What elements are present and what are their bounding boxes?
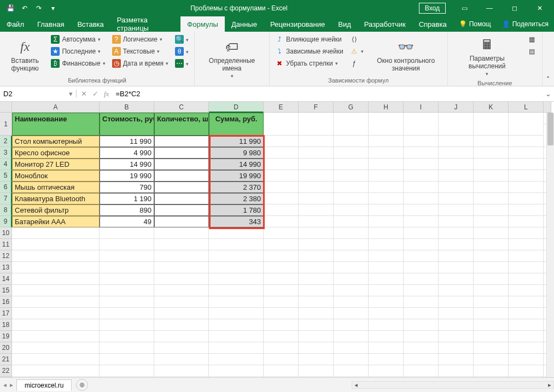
cell[interactable]	[404, 239, 439, 250]
cell[interactable]	[369, 193, 404, 204]
cell[interactable]	[12, 377, 100, 377]
cell[interactable]	[509, 113, 544, 136]
cell[interactable]	[474, 377, 509, 377]
cell-qty[interactable]	[154, 193, 209, 204]
namebox-dropdown-icon[interactable]: ▾	[69, 90, 73, 98]
cell[interactable]	[334, 159, 369, 170]
cell[interactable]	[369, 227, 404, 239]
cell[interactable]	[264, 365, 299, 377]
cell[interactable]	[334, 182, 369, 193]
row-header[interactable]: 2	[0, 136, 12, 147]
row-header[interactable]: 15	[0, 285, 12, 296]
cell[interactable]	[334, 250, 369, 262]
watch-window-button[interactable]: 👓 Окно контрольного значения	[368, 34, 444, 76]
more-fn-button[interactable]: ⋯	[173, 58, 191, 69]
cell[interactable]	[299, 159, 334, 170]
cell-qty[interactable]	[154, 170, 209, 182]
cell[interactable]	[509, 354, 544, 365]
row-header[interactable]: 5	[0, 170, 12, 182]
cell[interactable]	[509, 273, 544, 285]
cell[interactable]	[12, 239, 100, 250]
cell-sum[interactable]: 2 370	[209, 182, 264, 193]
cell-sum[interactable]: 2 380	[209, 193, 264, 204]
col-header[interactable]: B	[100, 102, 154, 113]
row-header[interactable]: 1	[0, 113, 12, 136]
cell[interactable]	[439, 308, 474, 319]
cell-qty[interactable]	[154, 216, 209, 227]
cell[interactable]	[209, 239, 264, 250]
cell[interactable]	[474, 147, 509, 159]
cell[interactable]	[474, 113, 509, 136]
row-header[interactable]: 23	[0, 377, 12, 377]
cell[interactable]	[209, 342, 264, 354]
minimize-icon[interactable]: —	[477, 0, 501, 16]
cell[interactable]	[404, 159, 439, 170]
cell[interactable]	[474, 296, 509, 308]
cell[interactable]	[509, 147, 544, 159]
col-header[interactable]: F	[299, 102, 334, 113]
cell[interactable]	[299, 319, 334, 331]
cell[interactable]	[439, 136, 474, 147]
cell[interactable]	[154, 227, 209, 239]
cell[interactable]	[404, 296, 439, 308]
cell[interactable]	[154, 296, 209, 308]
vertical-scrollbar[interactable]	[546, 113, 554, 377]
cell[interactable]	[509, 296, 544, 308]
autosum-button[interactable]: ΣАвтосумма	[49, 34, 107, 45]
cell[interactable]	[474, 170, 509, 182]
col-header[interactable]: C	[154, 102, 209, 113]
cell[interactable]	[404, 273, 439, 285]
horizontal-scrollbar[interactable]: ◂▸	[352, 381, 554, 389]
cell[interactable]	[299, 227, 334, 239]
close-icon[interactable]: ✕	[528, 0, 552, 16]
cell[interactable]	[100, 239, 154, 250]
tab-home[interactable]: Главная	[31, 16, 71, 32]
share-button[interactable]: 👤Поделиться	[497, 16, 554, 32]
cell[interactable]	[334, 365, 369, 377]
col-header[interactable]: H	[369, 102, 404, 113]
cell[interactable]	[369, 354, 404, 365]
cell[interactable]	[154, 342, 209, 354]
login-button[interactable]: Вход	[419, 3, 446, 14]
cell[interactable]	[404, 193, 439, 204]
tab-view[interactable]: Вид	[331, 16, 358, 32]
cell[interactable]	[264, 273, 299, 285]
cell[interactable]	[474, 262, 509, 273]
cell[interactable]	[209, 296, 264, 308]
trace-dependents-button[interactable]: ⤵Зависимые ячейки	[273, 46, 346, 57]
row-header[interactable]: 17	[0, 308, 12, 319]
calc-options-button[interactable]: 🖩 Параметры вычислений	[451, 34, 523, 79]
cell[interactable]	[299, 204, 334, 216]
cell[interactable]	[474, 136, 509, 147]
evaluate-button[interactable]: ƒ	[348, 58, 366, 69]
cell[interactable]	[509, 182, 544, 193]
cell[interactable]	[509, 159, 544, 170]
cell[interactable]	[154, 239, 209, 250]
cell[interactable]	[299, 216, 334, 227]
cell[interactable]	[404, 285, 439, 296]
cell[interactable]	[264, 377, 299, 377]
row-header[interactable]: 11	[0, 239, 12, 250]
cell[interactable]	[299, 250, 334, 262]
cell[interactable]	[299, 342, 334, 354]
cell-sum[interactable]: 19 990	[209, 170, 264, 182]
cell[interactable]	[369, 285, 404, 296]
cell[interactable]	[439, 147, 474, 159]
cell[interactable]	[209, 273, 264, 285]
cell[interactable]	[334, 147, 369, 159]
cell[interactable]	[509, 331, 544, 342]
cell[interactable]	[404, 182, 439, 193]
calc-sheet-button[interactable]: ▤	[526, 46, 539, 57]
cell[interactable]	[404, 250, 439, 262]
cell[interactable]	[264, 159, 299, 170]
cell[interactable]	[369, 204, 404, 216]
cell-sum[interactable]: 9 980	[209, 147, 264, 159]
cell-qty[interactable]	[154, 147, 209, 159]
cell[interactable]	[12, 285, 100, 296]
row-header[interactable]: 20	[0, 342, 12, 354]
cell[interactable]	[474, 193, 509, 204]
cell[interactable]	[439, 354, 474, 365]
cell[interactable]	[474, 182, 509, 193]
row-header[interactable]: 6	[0, 182, 12, 193]
cell[interactable]	[334, 308, 369, 319]
